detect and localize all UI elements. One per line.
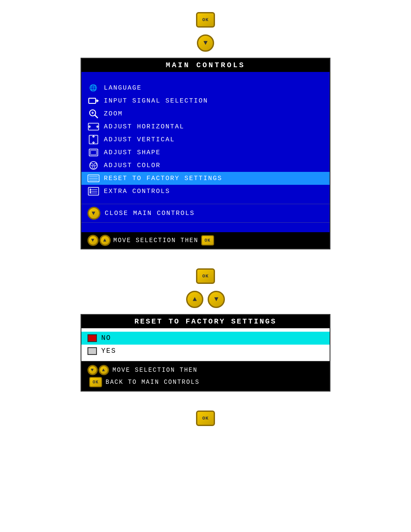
reset-footer-dual-icons: ▼ ▲	[87, 365, 109, 375]
reset-footer-line1: ▼ ▲ MOVE SELECTION THEN	[87, 364, 324, 376]
main-controls-panel: MAIN CONTROLS 🌐 LANGUAGE INPUT SIGNAL SE…	[81, 58, 330, 249]
yes-icon	[87, 347, 97, 355]
reset-footer-ok-icon: OK	[89, 377, 102, 387]
adjust-horizontal-icon	[87, 122, 100, 131]
extra-controls-icon	[87, 187, 100, 196]
input-signal-icon	[87, 96, 100, 106]
language-icon: 🌐	[87, 83, 100, 93]
adjust-color-icon	[87, 161, 100, 170]
svg-point-17	[92, 166, 95, 168]
yes-label: YES	[101, 347, 116, 355]
svg-rect-26	[90, 189, 91, 190]
svg-rect-13	[90, 150, 97, 155]
section2: OK ▲ ▼ RESET TO FACTORY SETTINGS NO YES	[76, 265, 335, 394]
up-down-arrow-row: ▲ ▼	[186, 291, 225, 308]
adjust-color-label: ADJUST COLOR	[104, 162, 161, 169]
zoom-icon	[87, 109, 100, 118]
menu-item-input-signal[interactable]: INPUT SIGNAL SELECTION	[81, 94, 330, 107]
close-icon: ▼	[87, 207, 100, 220]
reset-factory-label: RESET TO FACTORY SETTINGS	[104, 175, 222, 182]
menu-item-adjust-shape[interactable]: ADJUST SHAPE	[81, 146, 330, 159]
main-controls-body: 🌐 LANGUAGE INPUT SIGNAL SELECTION	[81, 72, 330, 232]
reset-footer-move-text: MOVE SELECTION THEN	[112, 367, 198, 373]
ok-button-row-3: OK	[196, 411, 215, 426]
ok-button-3[interactable]: OK	[196, 411, 215, 426]
down-arrow-button-2[interactable]: ▼	[208, 291, 225, 308]
svg-rect-28	[90, 192, 91, 193]
reset-option-no[interactable]: NO	[81, 332, 330, 345]
extra-controls-label: EXTRA CONTROLS	[104, 188, 170, 195]
reset-option-yes[interactable]: YES	[81, 345, 330, 358]
reset-factory-body: NO YES	[81, 328, 330, 361]
footer-ok-icon: OK	[201, 235, 214, 246]
adjust-vertical-label: ADJUST VERTICAL	[104, 136, 175, 143]
zoom-label: ZOOM	[104, 110, 123, 118]
ok-button-1[interactable]: OK	[196, 12, 215, 28]
main-controls-footer: ▼ ▲ MOVE SELECTION THEN OK	[81, 232, 330, 249]
ok-button-2[interactable]: OK	[196, 268, 215, 284]
footer-dual-arrow-icons: ▼ ▲	[87, 235, 111, 246]
close-main-controls-label: CLOSE MAIN CONTROLS	[105, 210, 195, 217]
section1: OK ▼ MAIN CONTROLS 🌐 LANGUAGE	[76, 9, 335, 252]
footer-move-text: MOVE SELECTION THEN	[113, 237, 199, 244]
section3: OK	[76, 407, 335, 429]
menu-item-adjust-vertical[interactable]: ADJUST VERTICAL	[81, 133, 330, 146]
reset-factory-icon	[87, 174, 100, 183]
ok-button-row-2: OK	[196, 268, 215, 284]
no-label: NO	[101, 334, 111, 342]
no-icon	[87, 334, 97, 342]
reset-factory-title: RESET TO FACTORY SETTINGS	[81, 315, 330, 328]
reset-factory-panel: RESET TO FACTORY SETTINGS NO YES ▼ ▲	[81, 314, 330, 392]
reset-footer-back-text: BACK TO MAIN CONTROLS	[106, 379, 199, 386]
menu-item-reset-factory[interactable]: RESET TO FACTORY SETTINGS	[81, 172, 330, 185]
menu-item-extra-controls[interactable]: EXTRA CONTROLS	[81, 185, 330, 198]
input-signal-label: INPUT SIGNAL SELECTION	[104, 97, 208, 105]
adjust-horizontal-label: ADJUST HORIZONTAL	[104, 123, 184, 131]
svg-rect-27	[90, 190, 91, 192]
svg-line-3	[95, 115, 98, 118]
adjust-vertical-icon	[87, 135, 100, 144]
main-controls-title: MAIN CONTROLS	[81, 59, 330, 72]
svg-rect-0	[89, 98, 96, 103]
menu-item-adjust-color[interactable]: ADJUST COLOR	[81, 159, 330, 172]
down-arrow-button-1[interactable]: ▼	[197, 34, 214, 52]
svg-point-15	[90, 163, 93, 166]
menu-item-adjust-horizontal[interactable]: ADJUST HORIZONTAL	[81, 120, 330, 133]
menu-item-language[interactable]: 🌐 LANGUAGE	[81, 81, 330, 94]
language-label: LANGUAGE	[104, 84, 142, 92]
close-main-controls-item[interactable]: ▼ CLOSE MAIN CONTROLS	[81, 204, 330, 223]
ok-button-row-1: OK	[196, 12, 215, 28]
down-arrow-row-1: ▼	[197, 34, 214, 52]
reset-footer-line2: OK BACK TO MAIN CONTROLS	[87, 376, 324, 388]
menu-item-zoom[interactable]: ZOOM	[81, 107, 330, 120]
svg-point-16	[94, 163, 97, 166]
adjust-shape-label: ADJUST SHAPE	[104, 149, 161, 156]
up-arrow-button[interactable]: ▲	[186, 291, 203, 308]
adjust-shape-icon	[87, 148, 100, 157]
reset-factory-footer: ▼ ▲ MOVE SELECTION THEN OK BACK TO MAIN …	[81, 361, 330, 391]
